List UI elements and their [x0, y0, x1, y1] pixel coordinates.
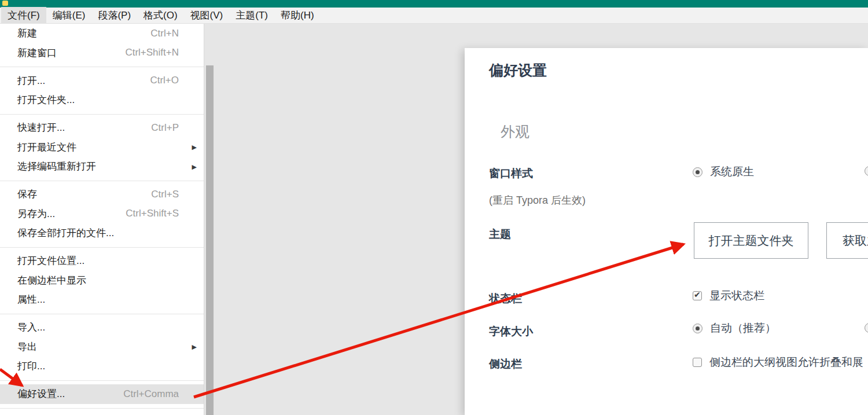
menu-bar: 文件(F) 编辑(E) 段落(P) 格式(O) 视图(V) 主题(T) 帮助(H… [0, 8, 868, 24]
menu-separator [0, 243, 204, 252]
preferences-dialog: 偏好设置 外观 窗口样式 系统原生 (重启 Typora 后生效) 主题 打开主… [465, 48, 868, 415]
menu-item-label: 在侧边栏中显示 [17, 274, 86, 287]
menu-separator [0, 63, 204, 71]
menu-item-label: 保存全部打开的文件... [17, 226, 114, 240]
section-appearance: 外观 [501, 122, 529, 141]
window-style-option-native[interactable]: 系统原生 [693, 166, 754, 178]
menu-item-shortcut: Ctrl+S [151, 189, 179, 200]
menu-item-label: 导入... [17, 321, 45, 334]
menu-item-shortcut: Ctrl+P [151, 122, 179, 134]
menu-item-open-file-location[interactable]: 打开文件位置... [0, 251, 204, 271]
menu-separator [0, 110, 204, 119]
radio-option-label: 系统原生 [710, 164, 754, 179]
restart-note: (重启 Typora 后生效) [489, 193, 586, 207]
menu-item-quick-open[interactable]: 快速打开... Ctrl+P [0, 118, 204, 138]
theme-label: 主题 [489, 227, 511, 242]
menubar-item-help[interactable]: 帮助(H) [274, 7, 321, 24]
menu-item-label: 打开文件位置... [17, 254, 84, 267]
menubar-item-format[interactable]: 格式(O) [137, 7, 184, 24]
menu-item-save[interactable]: 保存 Ctrl+S [0, 185, 204, 204]
menu-item-label: 打开文件夹... [17, 93, 75, 106]
menubar-item-view[interactable]: 视图(V) [184, 7, 230, 24]
typora-window: 文件(F) 编辑(E) 段落(P) 格式(O) 视图(V) 主题(T) 帮助(H… [0, 0, 868, 415]
menu-item-label: 导出 [17, 340, 37, 354]
menu-item-label: 打开最近文件 [17, 141, 76, 154]
menubar-item-theme[interactable]: 主题(T) [229, 7, 274, 24]
menu-item-new[interactable]: 新建 Ctrl+N [0, 24, 204, 43]
get-themes-button[interactable]: 获取主 [826, 222, 868, 259]
menu-item-label: 选择编码重新打开 [17, 160, 96, 173]
sidebar-outline-option[interactable]: 侧边栏的大纲视图允许折叠和展 [693, 356, 863, 369]
menu-item-open-folder[interactable]: 打开文件夹... [0, 90, 204, 110]
menu-item-save-all[interactable]: 保存全部打开的文件... [0, 223, 204, 243]
radio-cutoff-icon[interactable] [865, 166, 868, 176]
radio-cutoff-icon[interactable] [865, 323, 868, 333]
menu-item-label: 新建 [17, 27, 37, 40]
menu-item-print[interactable]: 打印... [0, 357, 204, 376]
menu-item-label: 另存为... [17, 207, 55, 221]
checkbox-option-label: 显示状态栏 [709, 288, 764, 303]
checkbox-option-label: 侧边栏的大纲视图允许折叠和展 [709, 355, 863, 370]
menu-item-reopen-with-encoding[interactable]: 选择编码重新打开 ▶ [0, 157, 204, 177]
menu-item-shortcut: Ctrl+N [150, 28, 179, 39]
menu-separator [0, 404, 204, 413]
menu-separator [0, 376, 204, 385]
show-status-bar-option[interactable]: 显示状态栏 [693, 289, 764, 302]
dialog-title: 偏好设置 [489, 61, 547, 80]
menu-item-reveal-in-sidebar[interactable]: 在侧边栏中显示 [0, 271, 204, 291]
checkbox-checked-icon[interactable] [693, 291, 702, 300]
menu-item-preferences[interactable]: 偏好设置... Ctrl+Comma [0, 384, 204, 404]
menu-item-label: 偏好设置... [17, 387, 65, 401]
menu-item-save-as[interactable]: 另存为... Ctrl+Shift+S [0, 204, 204, 224]
menu-item-open-recent[interactable]: 打开最近文件 ▶ [0, 138, 204, 157]
menu-item-label: 打印... [17, 359, 45, 373]
checkbox-unchecked-icon[interactable] [693, 358, 702, 367]
radio-selected-icon[interactable] [693, 167, 703, 177]
menubar-item-paragraph[interactable]: 段落(P) [91, 7, 137, 24]
status-bar-label: 状态栏 [489, 291, 522, 306]
menu-item-new-window[interactable]: 新建窗口 Ctrl+Shift+N [0, 43, 204, 63]
menu-separator [0, 310, 204, 318]
menu-item-properties[interactable]: 属性... [0, 290, 204, 310]
open-theme-folder-button[interactable]: 打开主题文件夹 [694, 222, 808, 259]
menu-item-export[interactable]: 导出 ▶ [0, 337, 204, 357]
menu-separator [0, 177, 204, 185]
menubar-item-edit[interactable]: 编辑(E) [46, 7, 92, 24]
window-style-label: 窗口样式 [489, 166, 533, 181]
menu-item-label: 新建窗口 [17, 46, 57, 60]
submenu-arrow-icon: ▶ [192, 144, 197, 151]
menu-item-label: 属性... [17, 293, 45, 306]
radio-option-label: 自动（推荐） [710, 321, 776, 336]
font-size-label: 字体大小 [489, 324, 533, 339]
menu-item-open[interactable]: 打开... Ctrl+O [0, 71, 204, 91]
submenu-arrow-icon: ▶ [192, 343, 197, 351]
menu-item-shortcut: Ctrl+Shift+S [126, 208, 179, 219]
menu-item-shortcut: Ctrl+Comma [123, 388, 179, 400]
app-icon [2, 1, 8, 6]
sidebar-label: 侧边栏 [489, 357, 522, 372]
menu-item-label: 快速打开... [17, 121, 65, 134]
submenu-arrow-icon: ▶ [192, 163, 197, 170]
menubar-item-file[interactable]: 文件(F) [1, 7, 46, 24]
menu-item-label: 打开... [17, 74, 45, 87]
menu-item-label: 保存 [17, 188, 37, 201]
menu-item-import[interactable]: 导入... [0, 318, 204, 337]
scrollbar-thumb[interactable] [206, 65, 214, 415]
menu-item-shortcut: Ctrl+Shift+N [125, 47, 179, 58]
file-menu: 新建 Ctrl+N 新建窗口 Ctrl+Shift+N 打开... Ctrl+O… [0, 24, 204, 415]
menu-item-shortcut: Ctrl+O [150, 75, 179, 86]
radio-selected-icon[interactable] [693, 324, 703, 333]
font-size-option-auto[interactable]: 自动（推荐） [693, 322, 776, 335]
